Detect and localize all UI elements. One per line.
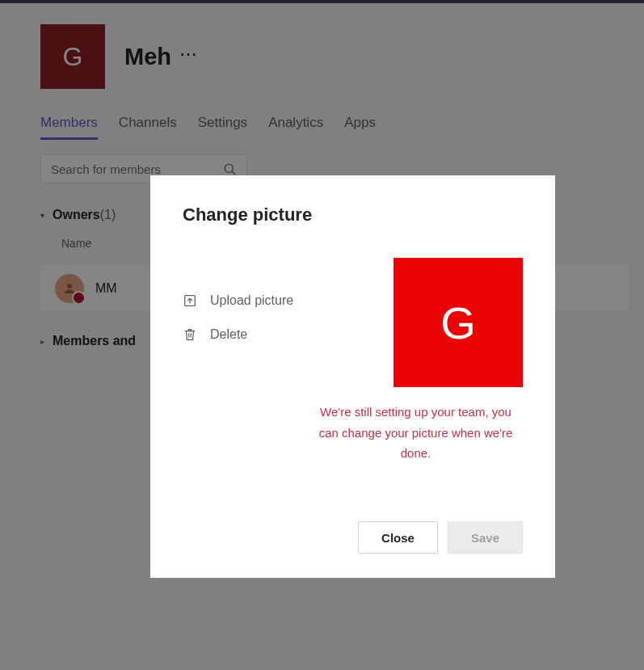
modal-body: Upload picture Delete G We're still sett…	[183, 258, 523, 521]
delete-picture-button[interactable]: Delete	[183, 327, 309, 342]
upload-label: Upload picture	[210, 293, 293, 308]
modal-actions: Upload picture Delete	[183, 258, 309, 521]
preview-avatar: G	[394, 258, 523, 387]
save-button: Save	[448, 521, 523, 554]
close-button[interactable]: Close	[358, 521, 438, 554]
trash-icon	[183, 327, 197, 342]
modal-footer: Close Save	[183, 521, 523, 554]
change-picture-modal: Change picture Upload picture Delete G W…	[150, 175, 555, 578]
warning-message: We're still setting up your team, you ca…	[309, 402, 523, 464]
modal-title: Change picture	[183, 204, 523, 225]
upload-picture-button[interactable]: Upload picture	[183, 293, 309, 308]
delete-label: Delete	[210, 327, 247, 342]
preview-column: G We're still setting up your team, you …	[309, 258, 523, 521]
upload-icon	[183, 293, 197, 308]
